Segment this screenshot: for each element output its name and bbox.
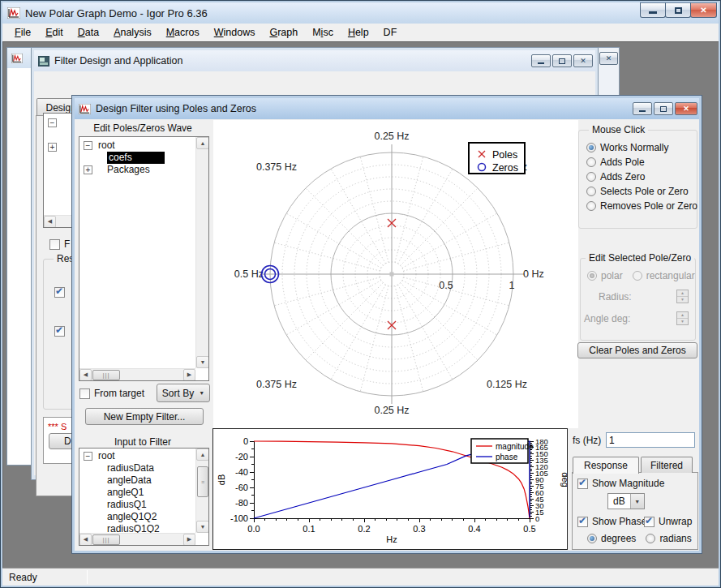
radio-works-normally[interactable]: Works Normally (586, 142, 697, 153)
tab-response[interactable]: Response (573, 457, 639, 474)
filter-dialog-partial-checkbox[interactable]: F (49, 238, 70, 250)
input-filter-tree[interactable]: −rootradiusDataangleDataangleQ1radiusQ1a… (79, 448, 209, 546)
status-text: Ready (2, 572, 37, 583)
spinner-up-icon[interactable]: ▲ (677, 290, 688, 297)
menu-item-df[interactable]: DF (376, 24, 405, 41)
background-window-fragment[interactable]: ✕ (595, 47, 620, 97)
close-icon: ✕ (700, 6, 706, 15)
tree-item-root[interactable]: −root (79, 450, 195, 462)
menu-item-edit[interactable]: Edit (38, 24, 71, 41)
scroll-up-icon[interactable]: ▲ (196, 137, 209, 149)
polar-graph[interactable]: 0.510 Hz0.125 Hz0.25 Hz0.375 Hz0.5 Hz0.3… (213, 120, 578, 428)
expander-icon[interactable]: + (84, 165, 92, 174)
radio-selects-pole-or-zero[interactable]: Selects Pole or Zero (586, 186, 697, 197)
radio-degrees[interactable]: degrees (587, 533, 636, 544)
show-phase-checkbox[interactable]: Show Phase (577, 516, 646, 527)
db-selector[interactable]: dB ▼ (607, 493, 645, 509)
spinner-down-icon[interactable]: ▼ (677, 319, 688, 324)
scrollbar-thumb[interactable]: ||| (92, 534, 120, 545)
restore-button[interactable] (665, 2, 691, 18)
restore-button[interactable] (654, 102, 673, 115)
tree-item-coefs[interactable]: coefs (79, 152, 195, 164)
close-button[interactable]: ✕ (690, 2, 717, 18)
fragment-close-button[interactable]: ✕ (599, 52, 618, 65)
panel-icon (38, 56, 49, 67)
sort-by-button[interactable]: Sort By ▼ (157, 384, 210, 402)
scroll-right-icon[interactable]: ▶ (183, 534, 195, 546)
tab-filtered[interactable]: Filtered (641, 457, 693, 473)
tree-item-packages[interactable]: +Packages (79, 164, 195, 176)
restore-icon (559, 58, 565, 64)
vertical-scrollbar[interactable]: ▲ ≡ ▼ (195, 449, 208, 533)
scroll-left-icon[interactable]: ◀ (79, 534, 92, 546)
clear-poles-zeros-button[interactable]: Clear Poles and Zeros (577, 342, 697, 358)
close-button[interactable]: ✕ (675, 102, 697, 115)
scrollbar-thumb[interactable]: ||| (92, 370, 120, 380)
scroll-left-icon[interactable]: ◀ (79, 369, 92, 381)
radius-stepper[interactable]: ▲ ▼ (676, 290, 689, 303)
show-magnitude-checkbox[interactable]: Show Magnitude (577, 478, 664, 489)
legend-label-phase: phase (496, 453, 518, 461)
tree-item-label: angleQ1Q2 (107, 511, 157, 523)
tree-item-radiusq1[interactable]: radiusQ1 (79, 499, 195, 511)
menu-item-analysis[interactable]: Analysis (106, 24, 159, 41)
from-target-checkbox[interactable]: From target (79, 388, 144, 399)
angle-row: Angle deg: (584, 313, 630, 324)
new-empty-filter-button[interactable]: New Empty Filter... (85, 408, 204, 425)
scroll-down-icon[interactable]: ▼ (196, 521, 209, 533)
direction-label-0: 0 Hz (523, 268, 544, 280)
graph-window-icon (11, 54, 23, 63)
horizontal-scrollbar[interactable]: ◀ ||| ▶ (79, 368, 195, 380)
radio-adds-zero[interactable]: Adds Zero (586, 171, 697, 182)
tree-item-angleq1[interactable]: angleQ1 (79, 487, 195, 499)
minimize-button[interactable] (640, 2, 666, 18)
poles-zeros-dialog[interactable]: Design Filter using Poles and Zeros ✕ Ed… (71, 95, 702, 554)
expander-icon[interactable]: − (84, 141, 92, 150)
tree-item-radiusdata[interactable]: radiusData (79, 462, 195, 474)
menu-item-file[interactable]: File (7, 24, 38, 41)
tree-item-radiusq1q2[interactable]: radiusQ1Q2 (79, 523, 195, 533)
fs-label: fs (Hz) (573, 435, 601, 446)
radio-radians[interactable]: radians (646, 533, 691, 544)
angle-stepper[interactable]: ▲ ▼ (676, 311, 689, 325)
menu-item-graph[interactable]: Graph (262, 24, 305, 41)
tree-item-root[interactable]: −root (79, 139, 195, 152)
restore-button[interactable] (552, 54, 572, 67)
scroll-right-icon[interactable]: ▶ (183, 369, 195, 381)
tree-item-angledata[interactable]: angleData (79, 474, 195, 487)
scrollbar-thumb[interactable]: ≡ (197, 466, 208, 497)
expander-icon[interactable]: − (48, 118, 57, 127)
radio-rectangular[interactable]: rectangular (633, 270, 695, 281)
menu-item-data[interactable]: Data (71, 24, 106, 41)
menu-item-macros[interactable]: Macros (159, 24, 207, 41)
dropdown-arrow-icon[interactable]: ▼ (630, 494, 644, 509)
fs-input[interactable] (606, 432, 695, 448)
menu-item-help[interactable]: Help (341, 24, 376, 41)
scroll-down-icon[interactable]: ▼ (196, 356, 209, 368)
close-button[interactable]: ✕ (573, 54, 593, 67)
radio-adds-pole[interactable]: Adds Pole (586, 157, 697, 168)
radio-polar[interactable]: polar (587, 270, 623, 281)
radio-label: Removes Pole or Zero (600, 200, 697, 212)
expander-icon[interactable]: − (84, 452, 92, 461)
checkbox-icon[interactable] (54, 287, 65, 298)
horizontal-scrollbar[interactable]: ◀ ||| ▶ (79, 533, 195, 545)
menu-item-windows[interactable]: Windows (207, 24, 263, 41)
edit-wave-tree[interactable]: −rootcoefs+Packages ▲ ▼ ◀ ||| ▶ (79, 136, 209, 381)
tree-item-label: Packages (107, 164, 150, 176)
minimize-button[interactable] (633, 102, 652, 115)
y-tick-label: 0 (243, 436, 248, 446)
expander-icon[interactable]: + (48, 143, 57, 152)
checkbox-icon[interactable] (54, 326, 65, 337)
response-plot[interactable]: 0-20-40-60-80-100dB0.00.10.20.30.40.5Hz1… (213, 429, 567, 549)
radio-removes-pole-or-zero[interactable]: Removes Pole or Zero (586, 200, 697, 212)
menu-item-misc[interactable]: Misc (305, 24, 341, 41)
spinner-down-icon[interactable]: ▼ (677, 297, 688, 303)
spinner-up-icon[interactable]: ▲ (677, 312, 688, 319)
scroll-up-icon[interactable]: ▲ (196, 449, 209, 461)
scroll-left-icon[interactable]: ◀ (44, 216, 56, 228)
unwrap-checkbox[interactable]: Unwrap (644, 516, 692, 527)
minimize-button[interactable] (531, 54, 551, 67)
vertical-scrollbar[interactable]: ▲ ▼ (195, 137, 208, 368)
tree-item-angleq1q2[interactable]: angleQ1Q2 (79, 511, 195, 523)
